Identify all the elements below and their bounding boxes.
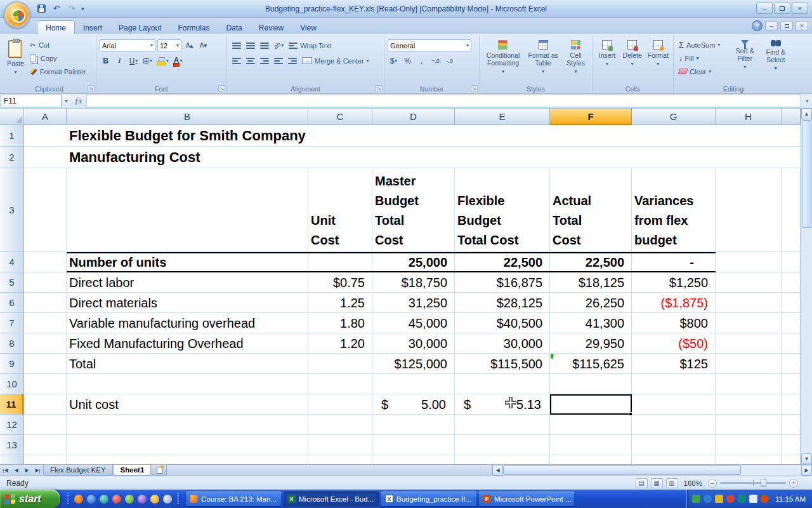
cell-d9[interactable]: $125,000 [372, 354, 455, 373]
page-layout-view-button[interactable]: ▦ [651, 478, 663, 488]
sheet-row-5[interactable]: Direct labor $0.75 $18,750 $16,875 $18,1… [24, 272, 801, 293]
tray-icon[interactable] [761, 495, 769, 503]
cell-f5[interactable]: $18,125 [550, 272, 632, 292]
tab-view[interactable]: View [292, 21, 325, 34]
row-header-6[interactable]: 6 [0, 293, 23, 313]
cell-c8[interactable]: 1.20 [308, 333, 372, 353]
number-dialog-launcher[interactable]: ↘ [471, 85, 478, 92]
quick-launch-icon[interactable] [150, 495, 159, 504]
column-header-c[interactable]: C [308, 109, 372, 125]
row-header-1[interactable]: 1 [0, 125, 23, 147]
font-name-select[interactable]: Arial▾ [100, 39, 155, 51]
wrap-text-button[interactable]: Wrap Text [287, 39, 333, 51]
cell-d11[interactable]: $ 5.00 [372, 394, 455, 414]
align-right-button[interactable] [258, 55, 270, 67]
cell-g4[interactable]: - [632, 252, 716, 272]
sheet-row-11[interactable]: Unit cost $ 5.00 $ 5.13 [24, 394, 801, 415]
cell-f8[interactable]: 29,950 [550, 333, 632, 353]
row-header-13[interactable]: 13 [0, 435, 23, 455]
cell-f7[interactable]: 41,300 [550, 313, 632, 333]
row-header-4[interactable]: 4 [0, 252, 23, 272]
minimize-button[interactable]: – [756, 3, 773, 14]
office-button[interactable] [4, 1, 30, 28]
cell-g6[interactable]: ($1,875) [632, 293, 716, 312]
cell-b4[interactable]: Number of units [67, 252, 308, 272]
merge-center-button[interactable]: ↔Merge & Center▾ [300, 55, 371, 67]
cell-e5[interactable]: $16,875 [455, 272, 550, 292]
page-break-view-button[interactable]: ▥ [666, 478, 678, 488]
cell-e7[interactable]: $40,500 [455, 313, 550, 333]
align-left-button[interactable] [230, 55, 242, 67]
cell-g5[interactable]: $1,250 [632, 272, 716, 292]
zoom-slider[interactable] [720, 482, 786, 484]
restore-button[interactable] [774, 3, 790, 14]
sheet-row-13[interactable] [24, 435, 801, 455]
insert-worksheet-button[interactable] [152, 465, 167, 476]
cell-g3-header[interactable]: Variances from flex budget [632, 168, 716, 251]
taskbar-window-budgeting-file[interactable]: X Budgeting_practice-fl... [381, 491, 476, 506]
cell-g7[interactable]: $800 [632, 313, 716, 333]
cell-b7[interactable]: Variable manufacturing overhead [67, 313, 308, 333]
cell-f3-header[interactable]: Actual Total Cost [550, 168, 632, 251]
column-header-d[interactable]: D [372, 109, 455, 125]
fill-handle[interactable] [629, 412, 632, 416]
cell-f6[interactable]: 26,250 [550, 293, 632, 312]
find-select-button[interactable]: Find & Select ▾ [762, 37, 790, 84]
sheet-row-10[interactable] [24, 374, 801, 394]
align-center-button[interactable] [244, 55, 256, 67]
align-bottom-button[interactable] [258, 39, 270, 51]
increase-decimal-button[interactable]: +.0 [429, 55, 442, 67]
orientation-button[interactable]: ab▾ [272, 39, 285, 51]
increase-indent-button[interactable] [286, 55, 298, 67]
cell-f4[interactable]: 22,500 [550, 252, 632, 272]
vertical-scrollbar[interactable]: ▲ ▼ [801, 109, 812, 464]
cell-c3-header[interactable]: Unit Cost [308, 168, 372, 251]
conditional-formatting-button[interactable]: Conditional Formatting ▾ [483, 37, 523, 84]
cell-d6[interactable]: 31,250 [372, 293, 455, 312]
workbook-restore-button[interactable] [780, 21, 793, 30]
cell-b9[interactable]: Total [67, 354, 308, 373]
scroll-down-button[interactable]: ▼ [801, 453, 812, 464]
horizontal-scroll-thumb[interactable] [503, 465, 741, 475]
delete-cells-button[interactable]: Delete ▾ [621, 37, 644, 84]
cell-styles-button[interactable]: Cell Styles ▾ [563, 37, 589, 84]
workbook-close-button[interactable]: × [796, 21, 808, 30]
quick-launch-icon[interactable] [138, 495, 147, 504]
tray-icon[interactable] [738, 495, 746, 503]
copy-button[interactable]: Copy [28, 52, 88, 64]
align-top-button[interactable] [230, 39, 242, 51]
cell-e9[interactable]: $115,500 [455, 354, 550, 373]
paste-button[interactable]: Paste ▾ [6, 37, 25, 84]
sheet-tab-flex-budget-key[interactable]: Flex Budget KEY [43, 465, 113, 476]
percent-style-button[interactable]: % [402, 55, 414, 67]
tray-icon[interactable] [692, 495, 700, 503]
tray-icon[interactable] [749, 495, 757, 503]
tray-icon[interactable] [715, 495, 723, 503]
comma-style-button[interactable]: , [416, 55, 428, 67]
cell-b2-title[interactable]: Manufacturing Cost [67, 147, 308, 168]
cell-c7[interactable]: 1.80 [308, 313, 372, 333]
row-header-2[interactable]: 2 [0, 147, 23, 168]
start-button[interactable]: start [0, 490, 60, 508]
tray-icon[interactable] [726, 495, 735, 503]
zoom-out-button[interactable]: – [708, 479, 717, 488]
zoom-in-button[interactable]: + [789, 479, 798, 488]
sheet-tab-sheet1[interactable]: Sheet1 [114, 465, 152, 476]
zoom-slider-thumb[interactable] [761, 479, 766, 487]
column-header-a[interactable]: A [24, 109, 67, 125]
quick-launch-icon[interactable] [125, 495, 134, 504]
tab-page-layout[interactable]: Page Layout [110, 21, 169, 34]
cell-b6[interactable]: Direct materials [67, 293, 308, 312]
horizontal-scrollbar[interactable]: ◀ ▶ [492, 465, 812, 476]
name-box-dropdown[interactable]: ▾ [62, 95, 70, 107]
column-header-f[interactable]: F [550, 109, 632, 125]
sheet-row-9[interactable]: Total $125,000 $115,500 $115,625 $125 [24, 354, 801, 374]
number-format-select[interactable]: General▾ [388, 39, 471, 51]
scroll-left-button[interactable]: ◀ [492, 465, 503, 476]
quick-launch-icon[interactable] [163, 495, 172, 504]
align-middle-button[interactable] [244, 39, 256, 51]
format-painter-button[interactable]: Format Painter [28, 65, 88, 77]
format-as-table-button[interactable]: Format as Table ▾ [526, 37, 560, 84]
clipboard-dialog-launcher[interactable]: ↘ [88, 85, 95, 92]
taskbar-window-firefox[interactable]: Course: BA 213: Man... [186, 491, 281, 506]
